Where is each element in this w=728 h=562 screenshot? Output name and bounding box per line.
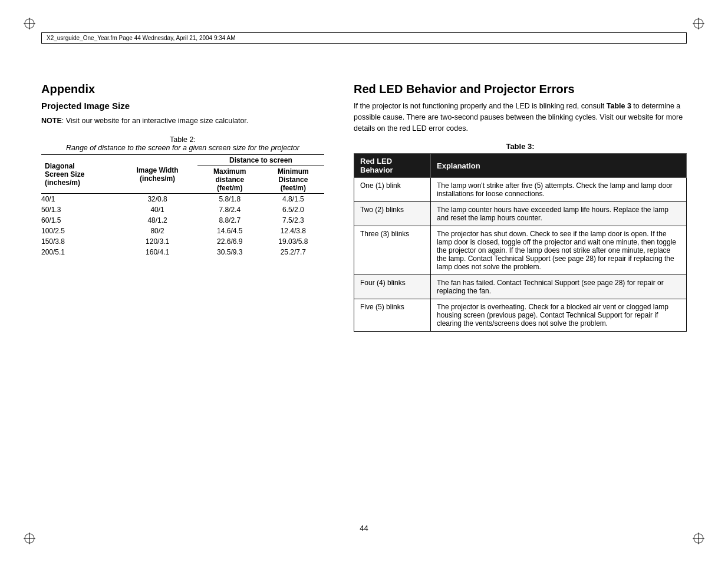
cell-max-dist: 7.8/2.4 — [197, 204, 262, 215]
cell-diagonal: 200/5.1 — [41, 247, 117, 257]
cell-max-dist: 30.5/9.3 — [197, 247, 262, 257]
cell-explanation: The fan has failed. Contact Technical Su… — [431, 275, 687, 299]
table3-body: One (1) blink The lamp won't strike afte… — [354, 178, 687, 332]
right-intro-paragraph: If the projector is not functioning prop… — [354, 101, 687, 134]
table-row: 50/1.3 40/1 7.8/2.4 6.5/2.0 — [41, 204, 324, 215]
cell-max-dist: 14.6/4.5 — [197, 226, 262, 236]
note-label: NOTE — [41, 117, 62, 125]
appendix-title: Appendix — [41, 82, 324, 96]
cell-explanation: The lamp won't strike after five (5) att… — [431, 178, 687, 202]
table-row: 100/2.5 80/2 14.6/4.5 12.4/3.8 — [41, 226, 324, 236]
page-number: 44 — [360, 524, 368, 533]
cell-behavior: Three (3) blinks — [354, 226, 431, 275]
red-led-title: Red LED Behavior and Projector Errors — [354, 82, 687, 96]
table2-body: 40/1 32/0.8 5.8/1.8 4.8/1.5 50/1.3 40/1 … — [41, 194, 324, 258]
note-body: : Visit our website for an interactive i… — [62, 117, 249, 125]
cell-behavior: Five (5) blinks — [354, 299, 431, 332]
cell-min-dist: 4.8/1.5 — [262, 194, 324, 205]
reg-mark-tr — [693, 18, 704, 29]
cell-min-dist: 6.5/2.0 — [262, 204, 324, 215]
cell-diagonal: 100/2.5 — [41, 226, 117, 236]
intro-text: If the projector is not functioning prop… — [354, 102, 607, 110]
cell-max-dist: 22.6/6.9 — [197, 236, 262, 247]
cell-image-width: 40/1 — [117, 204, 197, 215]
table-row: One (1) blink The lamp won't strike afte… — [354, 178, 687, 202]
cell-diagonal: 150/3.8 — [41, 236, 117, 247]
col-behavior-header: Red LED Behavior — [354, 154, 431, 178]
cell-diagonal: 60/1.5 — [41, 215, 117, 226]
table-row: Three (3) blinks The projector has shut … — [354, 226, 687, 275]
col-maxdist-header: Maximumdistance(feet/m) — [197, 166, 262, 194]
table3-caption: Table 3: — [354, 142, 687, 151]
cell-min-dist: 19.03/5.8 — [262, 236, 324, 247]
table2-caption-title: Table 2: — [41, 135, 324, 144]
table-row: Four (4) blinks The fan has failed. Cont… — [354, 275, 687, 299]
top-bar-text: X2_usrguide_One_Year.fm Page 44 Wednesda… — [47, 35, 236, 41]
cell-min-dist: 12.4/3.8 — [262, 226, 324, 236]
table-row: 40/1 32/0.8 5.8/1.8 4.8/1.5 — [41, 194, 324, 205]
cell-image-width: 160/4.1 — [117, 247, 197, 257]
table-row: Five (5) blinks The projector is overhea… — [354, 299, 687, 332]
table3-caption-text: Table 3: — [506, 142, 534, 151]
cell-max-dist: 5.8/1.8 — [197, 194, 262, 205]
note-paragraph: NOTE: Visit our website for an interacti… — [41, 117, 324, 125]
intro-bold: Table 3 — [607, 102, 631, 110]
cell-explanation: The lamp counter hours have exceeded lam… — [431, 202, 687, 226]
cell-behavior: Four (4) blinks — [354, 275, 431, 299]
cell-diagonal: 50/1.3 — [41, 204, 117, 215]
table3-header-row: Red LED Behavior Explanation — [354, 154, 687, 178]
cell-behavior: Two (2) blinks — [354, 202, 431, 226]
cell-image-width: 80/2 — [117, 226, 197, 236]
cell-explanation: The projector is overheating. Check for … — [431, 299, 687, 332]
content-columns: Appendix Projected Image Size NOTE: Visi… — [41, 82, 687, 332]
table2-caption-subtitle: Range of distance to the screen for a gi… — [41, 144, 324, 152]
col-distance-header: Distance to screen — [197, 155, 324, 166]
projected-image-size-title: Projected Image Size — [41, 101, 324, 111]
cell-explanation: The projector has shut down. Check to se… — [431, 226, 687, 275]
table-row: 200/5.1 160/4.1 30.5/9.3 25.2/7.7 — [41, 247, 324, 257]
table-row: 60/1.5 48/1.2 8.8/2.7 7.5/2.3 — [41, 215, 324, 226]
reg-mark-br — [693, 533, 704, 544]
col-mindist-header: MinimumDistance(feet/m) — [262, 166, 324, 194]
cell-image-width: 48/1.2 — [117, 215, 197, 226]
reg-mark-bl — [24, 533, 35, 544]
table2-caption: Table 2: Range of distance to the screen… — [41, 135, 324, 152]
table2: DiagonalScreen Size(inches/m) Image Widt… — [41, 154, 324, 257]
top-bar: X2_usrguide_One_Year.fm Page 44 Wednesda… — [41, 32, 687, 44]
table-row: 150/3.8 120/3.1 22.6/6.9 19.03/5.8 — [41, 236, 324, 247]
cell-min-dist: 7.5/2.3 — [262, 215, 324, 226]
col-imagewidth-header: Image Width(inches/m) — [117, 155, 197, 194]
cell-image-width: 32/0.8 — [117, 194, 197, 205]
page: X2_usrguide_One_Year.fm Page 44 Wednesda… — [0, 0, 728, 562]
cell-min-dist: 25.2/7.7 — [262, 247, 324, 257]
cell-image-width: 120/3.1 — [117, 236, 197, 247]
table3: Red LED Behavior Explanation One (1) bli… — [354, 153, 687, 332]
left-column: Appendix Projected Image Size NOTE: Visi… — [41, 82, 324, 332]
cell-max-dist: 8.8/2.7 — [197, 215, 262, 226]
cell-diagonal: 40/1 — [41, 194, 117, 205]
cell-behavior: One (1) blink — [354, 178, 431, 202]
reg-mark-tl — [24, 18, 35, 29]
col-diagonal-header: DiagonalScreen Size(inches/m) — [41, 155, 117, 194]
col-explanation-header: Explanation — [431, 154, 687, 178]
table-row: Two (2) blinks The lamp counter hours ha… — [354, 202, 687, 226]
right-column: Red LED Behavior and Projector Errors If… — [354, 82, 687, 332]
